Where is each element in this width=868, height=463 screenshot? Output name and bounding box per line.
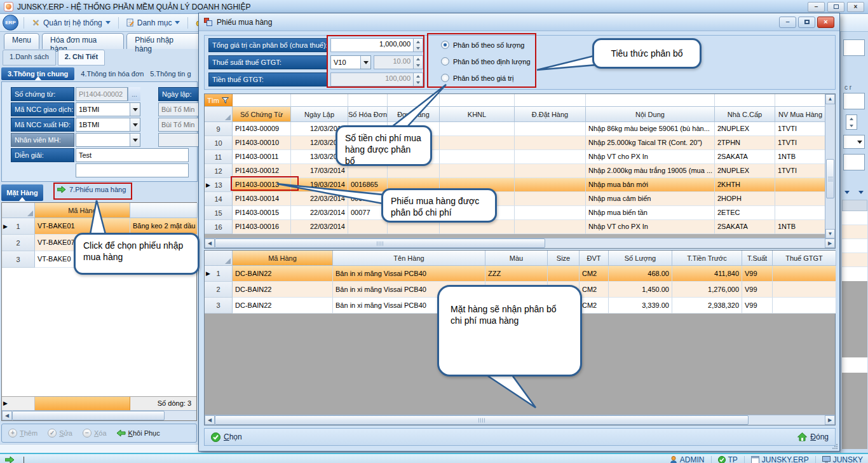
table-row[interactable]: 15 PI1403-00015 22/03/2014 00077 Nhập mu… (205, 206, 826, 220)
column-header[interactable]: Tên Hàng (333, 251, 485, 266)
restore-button[interactable] (827, 2, 844, 12)
tab-thong-tin-chung[interactable]: 3.Thông tin chung (1, 67, 74, 80)
table-row-selected[interactable]: ▶1 DC-BAIN22 Bản in xi măng Vissai PCB40… (205, 266, 836, 282)
total-value-spinner[interactable]: 1,000,000 (330, 38, 423, 52)
column-header[interactable]: Số Chứng Từ (233, 107, 291, 122)
table-row[interactable]: 11 PI1403-00011 13/03/2014 Nhập VT cho P… (205, 150, 826, 164)
scroll-left-icon[interactable]: ◀ (2, 411, 12, 420)
restore-button[interactable]: Khôi Phục (117, 429, 160, 437)
dropdown-icon[interactable] (130, 134, 140, 146)
filter-cell[interactable] (586, 94, 715, 107)
spinner-buttons[interactable] (414, 55, 423, 69)
buyer-staff-combo[interactable] (76, 133, 140, 147)
spinner-buttons[interactable] (414, 38, 423, 52)
table-row[interactable]: 12 PI1403-00012 17/03/2014 Nhập 2.000kg … (205, 164, 826, 178)
close-button[interactable]: × (847, 2, 864, 12)
dropdown-icon[interactable] (130, 118, 140, 131)
column-header[interactable] (130, 203, 198, 218)
delete-button[interactable]: −Xóa (83, 429, 107, 438)
scrollbar-thumb[interactable] (215, 238, 545, 248)
tab-menu[interactable]: Menu (4, 33, 39, 49)
edit-button[interactable]: ✓Sửa (48, 429, 72, 438)
row-selector-header[interactable] (2, 203, 35, 218)
erp-menu-button[interactable]: ERP (3, 15, 18, 31)
column-header[interactable]: Thuế GTGT (773, 251, 836, 266)
radio-alloc-value[interactable]: Phân bổ theo giá trị (441, 74, 513, 82)
table-row[interactable]: 14 PI1403-00014 22/03/2014 000059 Nhập m… (205, 192, 826, 206)
column-header[interactable]: Mã Hàng (233, 251, 333, 266)
scroll-up-icon[interactable]: ▲ (825, 94, 835, 104)
menu-catalog[interactable]: Danh mục (124, 17, 183, 29)
scroll-left-icon[interactable]: ◀ (205, 238, 215, 248)
dialog-maximize-button[interactable] (798, 17, 815, 28)
select-button[interactable]: Chọn (211, 432, 242, 442)
scrollbar-thumb[interactable] (12, 411, 165, 420)
tab-mat-hang[interactable]: Mặt Hàng (1, 184, 43, 201)
column-header[interactable]: NV Mua Hàng (775, 107, 826, 122)
browse-button[interactable]: ... (128, 87, 140, 101)
vat-amount-spinner[interactable]: 100,000 (330, 73, 423, 86)
supplier-trade-combo[interactable]: 1BTMI (76, 102, 140, 116)
description-field[interactable]: Test (76, 148, 189, 162)
menu-system-admin[interactable]: Quản trị hệ thống (29, 17, 113, 29)
minimize-button[interactable]: – (808, 2, 825, 12)
close-dialog-button[interactable]: Đóng (797, 432, 829, 441)
field-fragment[interactable] (843, 93, 865, 109)
vat-rate-spinner[interactable]: 10.00 (374, 55, 423, 69)
scroll-right-icon[interactable]: ▶ (825, 238, 835, 248)
tab-phieu-nhap-hang[interactable]: Phiếu nhập hàng (126, 33, 201, 49)
column-header[interactable]: T.Suất (742, 251, 773, 266)
table-row[interactable]: 9 PI1403-00009 12/03/2014 Nhập 86kg màu … (205, 122, 826, 136)
table-row[interactable]: 16 PI1403-00016 22/03/2014 Nhập VT cho P… (205, 220, 826, 234)
add-button[interactable]: +Thêm (8, 429, 37, 438)
dropdown-icon[interactable] (360, 56, 370, 69)
column-header[interactable]: Đơn Hàng (388, 107, 440, 122)
filter-cell[interactable] (233, 94, 291, 107)
column-header[interactable]: KHNL (440, 107, 515, 122)
tab-danh-sach[interactable]: 1.Danh sách (3, 50, 56, 66)
vertical-scrollbar[interactable]: ▲ ▼ (825, 94, 835, 239)
tab-phieu-mua-hang-link[interactable]: 7.Phiếu mua hàng (57, 186, 126, 193)
doc-number-field[interactable]: PI1404-00002 (76, 87, 128, 101)
radio-alloc-norm[interactable]: Phân bổ theo định lượng (441, 57, 531, 66)
find-button[interactable]: Tìm (205, 94, 233, 107)
tab-hoa-don-mua-hang[interactable]: Hóa đơn mua hàng (42, 33, 124, 49)
column-header[interactable]: Màu (485, 251, 548, 266)
spinner-fragment[interactable] (846, 114, 857, 130)
radio-alloc-quantity[interactable]: Phân bổ theo số lượng (441, 41, 524, 49)
filter-cell[interactable] (388, 94, 440, 107)
spinner-buttons[interactable] (414, 73, 423, 86)
scroll-left-icon[interactable]: ◀ (205, 415, 215, 425)
description-field-2[interactable] (76, 163, 189, 177)
horizontal-scrollbar[interactable]: ◀ ▶ (205, 415, 835, 425)
column-header[interactable]: Mã Hàng (35, 203, 130, 218)
filter-cell[interactable] (775, 94, 826, 107)
column-header[interactable]: Ngày Lập (291, 107, 348, 122)
dropdown-fragments[interactable] (842, 191, 867, 194)
column-header[interactable]: Số Lượng (609, 251, 672, 266)
combo-fragment[interactable] (843, 135, 865, 149)
horizontal-scrollbar[interactable]: ◀ (2, 410, 196, 420)
tab-thong-tin-giao[interactable]: 5.Thông tin g (150, 70, 191, 78)
dropdown-icon[interactable] (130, 103, 140, 116)
field-fragment[interactable] (843, 39, 865, 56)
column-header[interactable]: Đ.Đặt Hàng (515, 107, 586, 122)
field-fragment[interactable] (843, 154, 865, 170)
table-row[interactable]: 10 PI1403-00010 12/03/2014 Nhập 25.000kg… (205, 136, 826, 150)
column-header[interactable]: Nhà C.Cấp (715, 107, 775, 122)
horizontal-scrollbar[interactable]: ◀ ▶ (205, 238, 835, 248)
column-header[interactable]: ĐVT (580, 251, 609, 266)
column-header[interactable]: Size (548, 251, 580, 266)
filter-cell[interactable] (515, 94, 586, 107)
column-header[interactable]: T.Tiền Trước (672, 251, 742, 266)
scrollbar-thumb[interactable] (826, 159, 834, 198)
filter-cell[interactable] (348, 94, 388, 107)
vat-rate-combo[interactable]: V10 (330, 55, 371, 69)
column-header[interactable]: Số Hóa Đơn (348, 107, 388, 122)
filter-cell[interactable] (291, 94, 348, 107)
tab-chi-tiet[interactable]: 2. Chi Tiết (58, 50, 105, 66)
filter-cell[interactable] (440, 94, 515, 107)
dialog-minimize-button[interactable]: – (779, 17, 796, 28)
resize-grip[interactable] (832, 444, 837, 449)
dialog-close-button[interactable]: × (817, 17, 834, 28)
